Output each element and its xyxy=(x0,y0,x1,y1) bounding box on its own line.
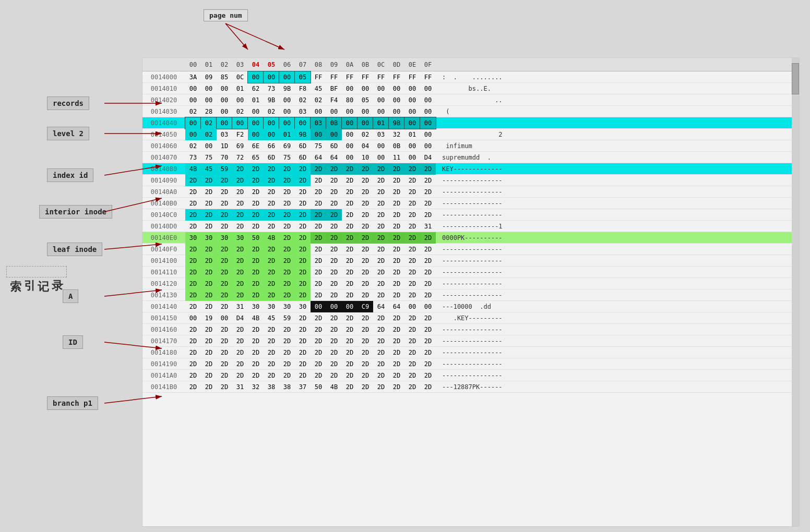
hex-cell[interactable]: 2D xyxy=(201,186,217,198)
hex-cell[interactable]: 2D xyxy=(201,289,217,301)
hex-cell[interactable]: 2D xyxy=(185,175,201,186)
hex-cell[interactable]: 00 xyxy=(217,312,232,324)
hex-cell[interactable]: 2D xyxy=(311,335,326,347)
hex-cell[interactable]: 2D xyxy=(389,209,404,221)
hex-cell[interactable]: 2D xyxy=(404,209,420,221)
hex-cell[interactable]: 2D xyxy=(232,278,248,289)
hex-cell[interactable]: 2D xyxy=(295,209,311,221)
hex-cell[interactable]: 00 xyxy=(311,301,326,312)
hex-cell[interactable]: 00 xyxy=(404,94,420,106)
hex-cell[interactable]: 2D xyxy=(326,335,342,347)
hex-cell[interactable]: 2D xyxy=(248,163,264,175)
hex-cell[interactable]: 2D xyxy=(248,267,264,278)
hex-cell[interactable]: 2D xyxy=(232,175,248,186)
hex-cell[interactable]: 2D xyxy=(185,267,201,278)
hex-cell[interactable]: 2D xyxy=(373,358,389,370)
hex-cell[interactable]: 64 xyxy=(326,152,342,163)
hex-cell[interactable]: 00 xyxy=(248,106,264,117)
hex-cell[interactable]: 2D xyxy=(420,370,436,381)
hex-cell[interactable]: 00 xyxy=(404,106,420,117)
hex-cell[interactable]: 2D xyxy=(264,244,279,255)
hex-cell[interactable]: 2D xyxy=(404,347,420,358)
hex-cell[interactable]: 2D xyxy=(248,324,264,335)
hex-cell[interactable]: 30 xyxy=(185,232,201,244)
hex-cell[interactable]: 2D xyxy=(373,267,389,278)
hex-cell[interactable]: 2D xyxy=(342,221,358,232)
hex-cell[interactable]: 2D xyxy=(373,347,389,358)
hex-cell[interactable]: 2D xyxy=(311,198,326,209)
hex-cell[interactable]: 2D xyxy=(264,255,279,267)
hex-cell[interactable]: 2D xyxy=(232,198,248,209)
hex-cell[interactable]: 2D xyxy=(358,278,373,289)
hex-cell[interactable]: 2D xyxy=(217,370,232,381)
hex-cell[interactable]: 00 xyxy=(358,117,373,129)
hex-cell[interactable]: 2D xyxy=(358,324,373,335)
hex-cell[interactable]: 02 xyxy=(201,117,217,129)
hex-cell[interactable]: 01 xyxy=(248,94,264,106)
hex-cell[interactable]: 2D xyxy=(342,267,358,278)
hex-cell[interactable]: 2D xyxy=(232,267,248,278)
hex-cell[interactable]: 2D xyxy=(389,381,404,393)
hex-cell[interactable]: 2D xyxy=(342,324,358,335)
hex-cell[interactable]: 2D xyxy=(420,186,436,198)
hex-cell[interactable]: 00 xyxy=(311,106,326,117)
hex-cell[interactable]: 2D xyxy=(185,278,201,289)
hex-cell[interactable]: 2D xyxy=(217,186,232,198)
hex-cell[interactable]: 00 xyxy=(185,129,201,140)
hex-cell[interactable]: 00 xyxy=(217,117,232,129)
hex-cell[interactable]: 2D xyxy=(326,278,342,289)
hex-cell[interactable]: 2D xyxy=(295,198,311,209)
hex-cell[interactable]: 2D xyxy=(311,324,326,335)
hex-cell[interactable]: 2D xyxy=(404,267,420,278)
hex-cell[interactable]: 2D xyxy=(279,198,295,209)
hex-cell[interactable]: 30 xyxy=(295,301,311,312)
hex-cell[interactable]: 2D xyxy=(232,163,248,175)
hex-cell[interactable]: 2D xyxy=(373,198,389,209)
hex-cell[interactable]: 2D xyxy=(279,186,295,198)
hex-cell[interactable]: 2D xyxy=(389,358,404,370)
hex-cell[interactable]: 2D xyxy=(295,289,311,301)
hex-cell[interactable]: 2D xyxy=(311,175,326,186)
hex-cell[interactable]: 2D xyxy=(248,198,264,209)
hex-cell[interactable]: 2D xyxy=(248,255,264,267)
hex-cell[interactable]: 2D xyxy=(326,221,342,232)
hex-cell[interactable]: 2D xyxy=(311,267,326,278)
hex-cell[interactable]: 2D xyxy=(420,267,436,278)
hex-cell[interactable]: 2D xyxy=(217,198,232,209)
hex-cell[interactable]: 38 xyxy=(279,381,295,393)
hex-cell[interactable]: 2D xyxy=(185,198,201,209)
hex-cell[interactable]: 2D xyxy=(279,244,295,255)
hex-cell[interactable]: 2D xyxy=(342,278,358,289)
hex-cell[interactable]: 2D xyxy=(342,209,358,221)
hex-cell[interactable]: 2D xyxy=(389,255,404,267)
hex-cell[interactable]: 30 xyxy=(279,301,295,312)
hex-cell[interactable]: 00 xyxy=(420,106,436,117)
hex-cell[interactable]: 2D xyxy=(326,267,342,278)
hex-cell[interactable]: 2D xyxy=(389,278,404,289)
hex-cell[interactable]: 2D xyxy=(217,244,232,255)
hex-cell[interactable]: D4 xyxy=(232,312,248,324)
hex-cell[interactable]: 9B xyxy=(264,94,279,106)
hex-cell[interactable]: 2D xyxy=(232,244,248,255)
hex-cell[interactable]: 19 xyxy=(201,312,217,324)
hex-cell[interactable]: F2 xyxy=(232,129,248,140)
hex-cell[interactable]: 02 xyxy=(185,140,201,152)
hex-cell[interactable]: 11 xyxy=(389,152,404,163)
scrollbar[interactable] xyxy=(792,58,799,526)
hex-cell[interactable]: 00 xyxy=(264,129,279,140)
hex-cell[interactable]: 03 xyxy=(295,106,311,117)
hex-cell[interactable]: 2D xyxy=(389,198,404,209)
hex-cell[interactable]: FF xyxy=(358,71,373,83)
hex-cell[interactable]: 2D xyxy=(217,358,232,370)
hex-cell[interactable]: 2D xyxy=(201,358,217,370)
hex-cell[interactable]: 2D xyxy=(232,209,248,221)
hex-cell[interactable]: 2D xyxy=(201,209,217,221)
hex-cell[interactable]: 2D xyxy=(279,163,295,175)
hex-cell[interactable]: 6D xyxy=(326,140,342,152)
hex-cell[interactable]: 2D xyxy=(295,370,311,381)
hex-cell[interactable]: 2D xyxy=(342,198,358,209)
hex-cell[interactable]: FF xyxy=(311,71,326,83)
hex-cell[interactable]: 30 xyxy=(248,301,264,312)
hex-cell[interactable]: 2D xyxy=(279,255,295,267)
hex-cell[interactable]: 45 xyxy=(201,163,217,175)
